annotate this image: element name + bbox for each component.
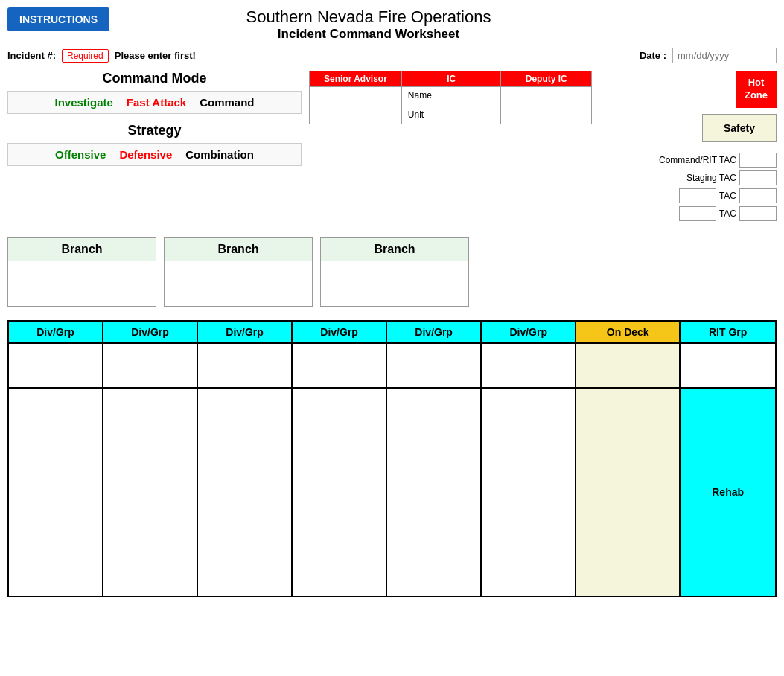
senior-advisor-header: Senior Advisor	[310, 71, 402, 87]
tac1-value-input[interactable]	[739, 188, 777, 203]
right-panel: Hot Zone Safety Command/RIT TAC Staging …	[659, 71, 777, 224]
grid-top-on-deck[interactable]	[576, 343, 680, 388]
strategy-combination[interactable]: Combination	[185, 148, 254, 161]
strategy-defensive[interactable]: Defensive	[119, 148, 172, 161]
title-main: Southern Nevada Fire Operations	[109, 7, 628, 27]
tac1-prefix-input[interactable]	[679, 188, 716, 203]
grid-header-2: Div/Grp	[197, 321, 292, 343]
grid-bottom-on-deck[interactable]	[576, 388, 680, 596]
branch-1-body[interactable]	[8, 261, 156, 306]
grid-top-rit[interactable]	[680, 343, 776, 388]
ic-table: Senior Advisor IC Deputy IC Name Unit	[309, 71, 592, 124]
hot-zone-button[interactable]: Hot Zone	[736, 71, 777, 108]
grid-top-2[interactable]	[197, 343, 292, 388]
unit-label: Unit	[408, 109, 495, 120]
rehab-cell: Rehab	[680, 388, 776, 596]
left-panel: Command Mode Investigate Fast Attack Com…	[7, 71, 302, 166]
mode-box: Investigate Fast Attack Command	[7, 91, 302, 114]
command-rit-tac-label: Command/RIT TAC	[659, 155, 736, 165]
grid-table: Div/Grp Div/Grp Div/Grp Div/Grp Div/Grp …	[7, 320, 777, 597]
grid-row-top	[8, 343, 776, 388]
grid-header-0: Div/Grp	[8, 321, 103, 343]
strategy-box: Offensive Defensive Combination	[7, 143, 302, 166]
command-mode-label: Command Mode	[7, 71, 302, 86]
tac2-label: TAC	[719, 208, 736, 219]
date-label: Date :	[640, 50, 666, 61]
grid-bottom-2[interactable]	[197, 388, 292, 596]
branch-3: Branch	[320, 237, 469, 307]
ic-name-unit-cell[interactable]: Name Unit	[401, 87, 501, 124]
date-input[interactable]	[672, 48, 777, 63]
grid-header-1: Div/Grp	[103, 321, 197, 343]
deputy-ic-cell[interactable]	[501, 87, 592, 124]
grid-top-4[interactable]	[386, 343, 481, 388]
branch-2: Branch	[164, 237, 313, 307]
staging-tac-label: Staging TAC	[686, 173, 736, 183]
grid-bottom-5[interactable]	[481, 388, 576, 596]
main-section: Command Mode Investigate Fast Attack Com…	[7, 71, 777, 224]
grid-header-on-deck: On Deck	[576, 321, 680, 343]
strategy-offensive[interactable]: Offensive	[55, 148, 106, 161]
incident-row: Incident #: Required Please enter first!…	[7, 48, 777, 63]
grid-top-3[interactable]	[292, 343, 386, 388]
safety-box: Safety	[702, 114, 777, 142]
branch-section: Branch Branch Branch	[7, 237, 777, 307]
branch-3-header: Branch	[321, 238, 468, 261]
grid-section: Div/Grp Div/Grp Div/Grp Div/Grp Div/Grp …	[7, 320, 777, 597]
name-label: Name	[408, 90, 495, 101]
mode-investigate[interactable]: Investigate	[54, 96, 112, 109]
tac-section: Command/RIT TAC Staging TAC TAC TAC	[659, 153, 777, 224]
grid-top-5[interactable]	[481, 343, 576, 388]
command-rit-tac-input[interactable]	[739, 153, 777, 168]
grid-bottom-1[interactable]	[103, 388, 197, 596]
center-panel: Senior Advisor IC Deputy IC Name Unit	[309, 71, 651, 124]
branch-2-body[interactable]	[165, 261, 312, 306]
branch-1-header: Branch	[8, 238, 156, 261]
title-block: Southern Nevada Fire Operations Incident…	[109, 7, 628, 42]
grid-header-rit-grp: RIT Grp	[680, 321, 776, 343]
branch-1: Branch	[7, 237, 156, 307]
ic-header: IC	[401, 71, 501, 87]
grid-bottom-0[interactable]	[8, 388, 103, 596]
branch-2-header: Branch	[165, 238, 312, 261]
branch-3-body[interactable]	[321, 261, 468, 306]
deputy-ic-header: Deputy IC	[501, 71, 592, 87]
senior-advisor-cell[interactable]	[310, 87, 402, 124]
mode-command[interactable]: Command	[200, 96, 254, 109]
grid-header-4: Div/Grp	[386, 321, 481, 343]
grid-top-1[interactable]	[103, 343, 197, 388]
instructions-button[interactable]: INSTRUCTIONS	[7, 7, 109, 31]
grid-bottom-3[interactable]	[292, 388, 386, 596]
grid-row-bottom: Rehab	[8, 388, 776, 596]
strategy-label: Strategy	[7, 123, 302, 138]
grid-top-0[interactable]	[8, 343, 103, 388]
staging-tac-input[interactable]	[739, 170, 777, 185]
tac1-label: TAC	[719, 191, 736, 201]
grid-header-3: Div/Grp	[292, 321, 386, 343]
required-badge: Required	[62, 49, 109, 63]
mode-fast-attack[interactable]: Fast Attack	[127, 96, 186, 109]
enter-first-label: Please enter first!	[115, 50, 196, 61]
tac2-value-input[interactable]	[739, 206, 777, 221]
incident-label: Incident #:	[7, 50, 56, 61]
grid-bottom-4[interactable]	[386, 388, 481, 596]
grid-header-5: Div/Grp	[481, 321, 576, 343]
tac2-prefix-input[interactable]	[679, 206, 716, 221]
title-sub: Incident Command Worksheet	[109, 27, 628, 42]
